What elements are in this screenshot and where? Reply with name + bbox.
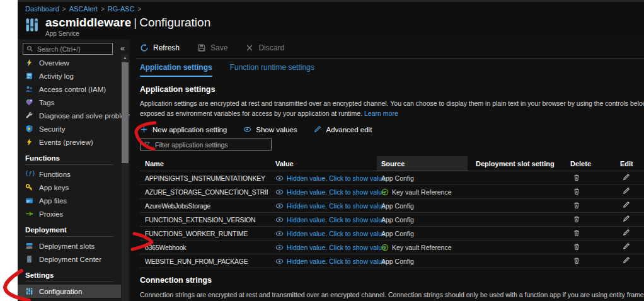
- setting-name: AZURE_STORAGE_CONNECTION_STRING: [140, 188, 268, 196]
- sidebar-scrollbar[interactable]: ▲: [122, 54, 129, 301]
- scroll-up-arrow[interactable]: ▲: [122, 54, 129, 62]
- hidden-value-link[interactable]: Hidden value. Click to show value: [268, 258, 377, 265]
- sidebar-item-configuration[interactable]: Configuration: [18, 285, 121, 298]
- table-row: o365Webhook Hidden value. Click to show …: [140, 241, 644, 254]
- learn-more-link[interactable]: Learn more: [364, 110, 398, 117]
- setting-source: App Config: [377, 258, 468, 265]
- access-control-icon: [25, 85, 33, 93]
- toolbar-divider: [136, 58, 644, 59]
- configuration-icon: [25, 287, 33, 295]
- table-row: AZURE_STORAGE_CONNECTION_STRING Hidden v…: [140, 185, 644, 199]
- sidebar-item-security[interactable]: Security: [18, 122, 121, 135]
- sidebar-item-proxies[interactable]: Proxies: [18, 207, 121, 220]
- hidden-value-link[interactable]: Hidden value. Click to show value: [268, 174, 377, 182]
- hidden-value-link[interactable]: Hidden value. Click to show value: [268, 202, 377, 210]
- scrollbar-thumb[interactable]: [122, 62, 129, 163]
- breadcrumb-ascalert[interactable]: ASCAlert: [69, 5, 98, 13]
- section-divider: [25, 236, 113, 237]
- edit-cell: [605, 187, 644, 196]
- pencil-icon[interactable]: [622, 187, 630, 195]
- setting-name: AzureWebJobsStorage: [140, 202, 268, 210]
- sidebar-item-events[interactable]: Events (preview): [18, 135, 121, 149]
- application-settings-table: Name Value Source Deployment slot settin…: [140, 156, 644, 268]
- settings-actions: New application setting Show values Adva…: [140, 125, 372, 133]
- sidebar-item-access-control[interactable]: Access control (IAM): [18, 82, 121, 96]
- activity-log-icon: [25, 72, 33, 80]
- breadcrumb-dashboard[interactable]: Dashboard: [25, 5, 59, 13]
- hidden-value-link[interactable]: Hidden value. Click to show value: [268, 216, 377, 224]
- trash-icon[interactable]: [573, 256, 580, 265]
- tags-icon: [25, 98, 33, 106]
- save-icon: [197, 43, 206, 52]
- sidebar-item-activity-log[interactable]: Activity log: [18, 69, 121, 82]
- search-input[interactable]: [36, 45, 112, 54]
- delete-cell: [561, 187, 605, 197]
- overview-icon: [25, 59, 33, 67]
- content-pane: Refresh Save Discard Application setting…: [130, 39, 644, 301]
- table-row: APPINSIGHTS_INSTRUMENTATIONKEY Hidden va…: [140, 171, 644, 185]
- setting-name: APPINSIGHTS_INSTRUMENTATIONKEY: [140, 174, 268, 182]
- sidebar-item-deployment-center[interactable]: Deployment Center: [18, 253, 121, 266]
- pencil-icon[interactable]: [622, 173, 630, 181]
- delete-cell: [561, 215, 605, 225]
- command-bar: Refresh Save Discard: [140, 43, 284, 52]
- proxies-icon: [25, 210, 33, 218]
- trash-icon[interactable]: [573, 201, 580, 210]
- sidebar-nav: Overview Activity log Access control (IA…: [18, 56, 121, 298]
- eye-icon: [275, 258, 284, 264]
- edit-cell: [605, 256, 644, 266]
- tab-application-settings[interactable]: Application settings: [140, 63, 212, 77]
- sidebar-item-overview[interactable]: Overview: [18, 56, 121, 69]
- breadcrumb-rg-asc[interactable]: RG-ASC: [108, 5, 135, 13]
- hidden-value-link[interactable]: Hidden value. Click to show value: [268, 244, 377, 251]
- save-button[interactable]: Save: [197, 43, 227, 52]
- eye-icon: [275, 217, 284, 223]
- setting-name: WEBSITE_RUN_FROM_PACKAGE: [140, 258, 268, 265]
- trash-icon[interactable]: [573, 187, 580, 196]
- sidebar-item-diagnose[interactable]: Diagnose and solve problems: [18, 109, 121, 122]
- plus-icon: [140, 125, 148, 133]
- refresh-button[interactable]: Refresh: [140, 43, 180, 52]
- azure-portal-page: Dashboard>ASCAlert>RG-ASC> ascmiddleware…: [0, 0, 644, 301]
- trash-icon[interactable]: [573, 173, 580, 182]
- sidebar-item-app-files[interactable]: App files: [18, 194, 121, 207]
- pencil-icon[interactable]: [622, 215, 630, 223]
- trash-icon[interactable]: [573, 215, 580, 224]
- column-value: Value: [268, 156, 377, 171]
- trash-icon[interactable]: [573, 229, 580, 237]
- column-edit: Edit: [605, 156, 644, 171]
- settings-tabs: Application settings Function runtime se…: [140, 63, 314, 77]
- filter-input[interactable]: [154, 140, 271, 149]
- sidebar-item-app-keys[interactable]: App keys: [18, 181, 121, 194]
- filter-funnel-icon: [144, 141, 151, 148]
- sidebar-item-tags[interactable]: Tags: [18, 96, 121, 109]
- tab-function-runtime-settings[interactable]: Function runtime settings: [230, 63, 314, 77]
- pencil-icon[interactable]: [622, 242, 630, 251]
- eye-icon: [275, 230, 284, 237]
- setting-name: o365Webhook: [140, 244, 268, 251]
- show-values-button[interactable]: Show values: [243, 125, 297, 133]
- edit-cell: [605, 201, 644, 210]
- edit-cell: [605, 242, 644, 252]
- advanced-edit-button[interactable]: Advanced edit: [313, 125, 372, 133]
- table-header: Name Value Source Deployment slot settin…: [140, 156, 644, 171]
- pencil-icon[interactable]: [622, 256, 630, 264]
- trash-icon[interactable]: [573, 242, 580, 251]
- discard-button[interactable]: Discard: [245, 43, 284, 52]
- sidebar-collapse-button[interactable]: «: [120, 44, 125, 52]
- connection-strings-description: Connection strings are encrypted at rest…: [140, 291, 644, 298]
- hidden-value-link[interactable]: Hidden value. Click to show value: [268, 230, 377, 237]
- setting-source: App Config: [377, 202, 468, 210]
- new-application-setting-button[interactable]: New application setting: [140, 125, 227, 133]
- section-divider: [25, 281, 113, 282]
- column-deployment-slot-setting: Deployment slot setting: [468, 156, 561, 171]
- sidebar: « Overview Activity log Access control (…: [18, 39, 130, 301]
- hidden-value-link[interactable]: Hidden value. Click to show value: [268, 188, 377, 196]
- sidebar-item-functions[interactable]: {ƒ} Functions: [18, 168, 121, 181]
- pencil-icon[interactable]: [622, 229, 630, 237]
- pencil-icon[interactable]: [622, 201, 630, 209]
- column-source: Source: [377, 156, 468, 171]
- connection-strings-heading: Connection strings: [140, 276, 212, 285]
- table-row: FUNCTIONS_WORKER_RUNTIME Hidden value. C…: [140, 227, 644, 241]
- sidebar-item-deployment-slots[interactable]: Deployment slots: [18, 239, 121, 253]
